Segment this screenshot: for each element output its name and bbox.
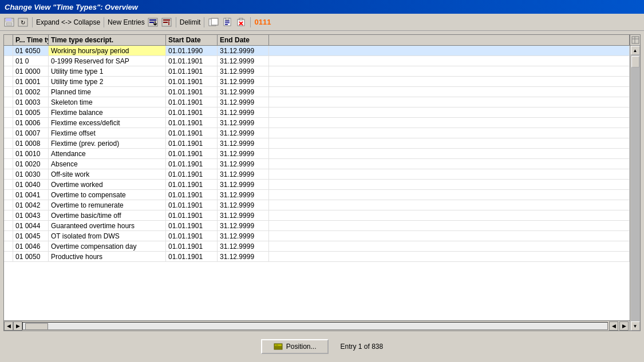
row-extra <box>269 169 630 179</box>
row-end-date: 31.12.9999 <box>218 138 269 148</box>
row-start-date: 01.01.1901 <box>166 200 218 210</box>
row-description: Working hours/pay period <box>49 46 166 55</box>
row-description: Overtime worked <box>49 180 166 189</box>
table-row[interactable]: 01 0008Flextime (prev. period)01.01.1901… <box>4 138 630 149</box>
icon-paste[interactable] <box>222 17 233 28</box>
table-row[interactable]: 01 0041Overtime to compensate01.01.19013… <box>4 190 630 200</box>
table-row[interactable]: 01 0045OT isolated from DWS01.01.190131.… <box>4 231 630 241</box>
table-row[interactable]: 01 0020Absence01.01.190131.12.9999 <box>4 159 630 169</box>
row-end-date: 31.12.9999 <box>218 190 269 200</box>
table-row[interactable]: 01 ¢050Working hours/pay period01.01.199… <box>4 46 630 56</box>
row-p-timetype: 01 0005 <box>13 108 49 117</box>
svg-rect-20 <box>226 18 229 20</box>
refresh-icon[interactable]: ↻ <box>17 17 29 28</box>
hscroll-track <box>22 322 608 330</box>
delimit-label[interactable]: Delimit <box>180 18 201 26</box>
hscroll-prev-btn[interactable]: ◀ <box>609 321 618 331</box>
table-row[interactable]: 01 0040Overtime worked01.01.190131.12.99… <box>4 180 630 190</box>
row-start-date: 01.01.1901 <box>166 128 218 138</box>
vertical-scrollbar[interactable]: ▲ ▼ <box>630 46 640 331</box>
table-row[interactable]: 01 0043Overtime basic/time off01.01.1901… <box>4 210 630 221</box>
table-row[interactable]: 01 0044Guaranteed overtime hours01.01.19… <box>4 221 630 231</box>
row-select-cell <box>4 97 13 107</box>
vscroll-thumb[interactable] <box>631 56 639 67</box>
table-row[interactable]: 01 00-1999 Reserved for SAP01.01.190131.… <box>4 56 630 66</box>
vscroll-down-btn[interactable]: ▼ <box>631 321 640 331</box>
row-extra <box>269 128 630 138</box>
table-row[interactable]: 01 0003Skeleton time01.01.190131.12.9999 <box>4 97 630 108</box>
new-entries-label[interactable]: New Entries <box>108 18 145 26</box>
title-bar: Change View "Time Types": Overview <box>0 0 644 14</box>
row-select-cell <box>4 190 13 200</box>
expand-collapse-label[interactable]: Expand <-> Collapse <box>36 18 100 26</box>
row-end-date: 31.12.9999 <box>218 66 269 76</box>
table-row[interactable]: 01 0010Attendance01.01.190131.12.9999 <box>4 149 630 159</box>
row-p-timetype: 01 0041 <box>13 190 49 200</box>
svg-rect-24 <box>238 19 244 26</box>
row-end-date: 31.12.9999 <box>218 128 269 138</box>
row-select-cell <box>4 138 13 148</box>
row-p-timetype: 01 0007 <box>13 128 49 138</box>
icon-delete[interactable] <box>235 17 247 28</box>
row-extra <box>269 210 630 220</box>
table-row[interactable]: 01 0006Flextime excess/deficit01.01.1901… <box>4 118 630 128</box>
row-select-cell <box>4 169 13 179</box>
position-button-label: Position... <box>286 343 317 351</box>
row-p-timetype: 01 0044 <box>13 221 49 230</box>
row-extra <box>269 252 630 261</box>
row-select-cell <box>4 221 13 230</box>
row-select-cell <box>4 66 13 76</box>
icon-copy[interactable] <box>208 17 219 28</box>
row-select-cell <box>4 56 13 66</box>
row-start-date: 01.01.1901 <box>166 149 218 158</box>
row-select-cell <box>4 87 13 97</box>
row-p-timetype: 01 0040 <box>13 180 49 189</box>
row-extra <box>269 149 630 158</box>
vscroll-up-btn[interactable]: ▲ <box>631 46 640 55</box>
table-row[interactable]: 01 0005Flextime balance01.01.190131.12.9… <box>4 108 630 118</box>
new-entries-icon2[interactable] <box>161 17 172 28</box>
new-entries-icon1[interactable] <box>147 17 159 28</box>
table-row[interactable]: 01 0002Planned time01.01.190131.12.9999 <box>4 87 630 97</box>
table-row[interactable]: 01 0046Overtime compensation day01.01.19… <box>4 241 630 252</box>
row-p-timetype: 01 0 <box>13 56 49 66</box>
separator-2 <box>104 17 104 27</box>
row-p-timetype: 01 0043 <box>13 210 49 220</box>
row-end-date: 31.12.9999 <box>218 46 269 55</box>
svg-text:↻: ↻ <box>21 19 25 26</box>
row-extra <box>269 190 630 200</box>
table-row[interactable]: 01 0050Productive hours01.01.190131.12.9… <box>4 252 630 262</box>
row-end-date: 31.12.9999 <box>218 97 269 107</box>
footer-area: Position... Entry 1 of 838 <box>3 335 641 359</box>
svg-rect-22 <box>225 22 230 23</box>
hscroll-next-btn[interactable]: ▶ <box>619 321 629 331</box>
row-extra <box>269 241 630 251</box>
table-row[interactable]: 01 0007Flextime offset01.01.190131.12.99… <box>4 128 630 138</box>
row-description: Absence <box>49 159 166 169</box>
table-row[interactable]: 01 0000Utility time type 101.01.190131.1… <box>4 66 630 77</box>
row-p-timetype: 01 ¢050 <box>13 46 49 55</box>
row-start-date: 01.01.1901 <box>166 210 218 220</box>
svg-rect-7 <box>149 19 156 21</box>
hscroll-right-btn[interactable]: ▶ <box>13 321 22 331</box>
row-p-timetype: 01 0046 <box>13 241 49 251</box>
horizontal-scrollbar[interactable]: ◀ ▶ ◀ ▶ <box>4 320 630 331</box>
hscroll-left-btn[interactable]: ◀ <box>4 321 13 331</box>
table-row[interactable]: 01 0001Utility time type 201.01.190131.1… <box>4 77 630 87</box>
col-header-checkbox <box>4 35 13 45</box>
row-p-timetype: 01 0000 <box>13 66 49 76</box>
position-button[interactable]: Position... <box>261 339 329 354</box>
row-p-timetype: 01 0006 <box>13 118 49 128</box>
row-extra <box>269 108 630 117</box>
row-select-cell <box>4 118 13 128</box>
svg-rect-13 <box>163 19 170 21</box>
table-main: 01 ¢050Working hours/pay period01.01.199… <box>4 46 630 331</box>
save-icon[interactable] <box>3 17 15 28</box>
row-start-date: 01.01.1901 <box>166 169 218 179</box>
table-row[interactable]: 01 0042Overtime to remunerate01.01.19013… <box>4 200 630 210</box>
table-row[interactable]: 01 0030Off-site work01.01.190131.12.9999 <box>4 169 630 180</box>
content-area: P... Time type Time type descript. Start… <box>0 31 644 362</box>
column-settings-icon[interactable] <box>631 36 639 44</box>
row-select-cell <box>4 180 13 189</box>
hscroll-thumb[interactable] <box>25 323 48 330</box>
